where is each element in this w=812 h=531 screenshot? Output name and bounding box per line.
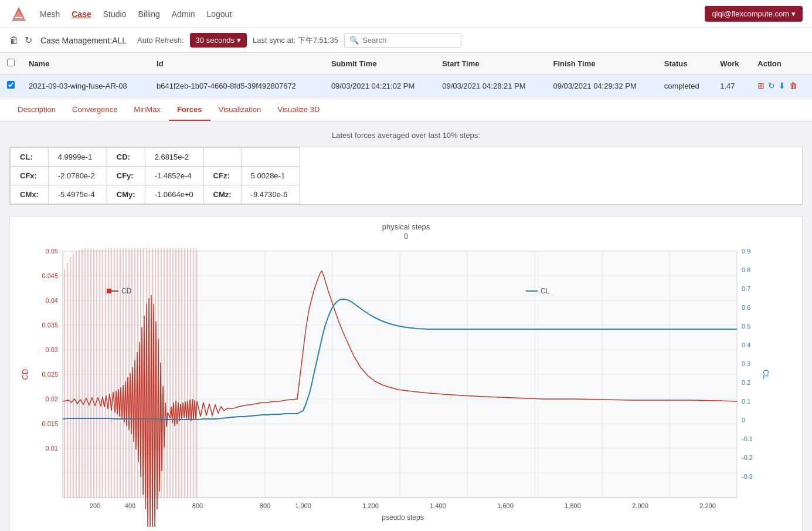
action-download-icon[interactable]: ⬇: [779, 81, 786, 90]
auto-refresh-label: Auto Refresh:: [137, 36, 184, 45]
nav-mesh[interactable]: Mesh: [40, 9, 60, 19]
svg-text:0.04: 0.04: [46, 297, 58, 304]
forces-chart-svg: 0.05 0.045 0.04 0.035 0.03 0.025 0.02 0.…: [16, 245, 778, 527]
svg-text:0.2: 0.2: [742, 379, 750, 386]
tab-visualization[interactable]: Visualization: [210, 99, 270, 121]
force-row-2: CFx: -2.0780e-2 CFy: -1.4852e-4 CFz: 5.0…: [11, 167, 300, 185]
nav-admin[interactable]: Admin: [172, 9, 195, 19]
tab-convergence[interactable]: Convergence: [64, 99, 125, 121]
refresh-icon[interactable]: ↻: [25, 35, 32, 46]
user-button[interactable]: qiqi@flexcompute.com: [705, 6, 803, 22]
cmy-label: CMy:: [107, 185, 145, 204]
refresh-interval-button[interactable]: 30 seconds: [190, 33, 247, 48]
svg-text:0.02: 0.02: [46, 395, 58, 403]
cfz-label: CFz:: [203, 167, 241, 185]
force-row-1: CL: 4.9999e-1 CD: 2.6815e-2: [11, 148, 300, 167]
svg-text:0.9: 0.9: [742, 248, 750, 255]
svg-text:pseudo steps: pseudo steps: [382, 513, 423, 522]
svg-text:2,200: 2,200: [699, 502, 716, 509]
toolbar-title: Case Management:ALL: [40, 36, 127, 45]
cd-label: CD:: [107, 148, 145, 167]
row-finish-time: 09/03/2021 04:29:32 PM: [546, 75, 657, 97]
svg-text:0: 0: [742, 417, 745, 424]
nav-billing[interactable]: Billing: [138, 9, 159, 19]
nav-studio[interactable]: Studio: [103, 9, 127, 19]
svg-text:800: 800: [192, 502, 203, 509]
action-icons: ⊞ ↻ ⬇ 🗑: [757, 81, 805, 90]
delete-icon[interactable]: 🗑: [9, 35, 19, 46]
col-finish-time: Finish Time: [546, 53, 657, 75]
cmx-value: -5.4975e-4: [48, 185, 107, 204]
chart-title: physical steps: [16, 222, 796, 231]
svg-text:1,200: 1,200: [362, 502, 379, 509]
svg-text:-0.1: -0.1: [742, 435, 753, 442]
forces-subtitle: Latest forces averaged over last 10% ste…: [9, 131, 803, 140]
cmy-value: -1.0664e+0: [145, 185, 203, 204]
cmz-label: CMz:: [203, 185, 241, 204]
action-results-icon[interactable]: ⊞: [757, 81, 765, 90]
cfz-value: 5.0028e-1: [241, 167, 300, 185]
cfx-value: -2.0780e-2: [48, 167, 107, 185]
col-name: Name: [22, 53, 150, 75]
row-submit-time: 09/03/2021 04:21:02 PM: [324, 75, 435, 97]
tab-visualize3d[interactable]: Visualize 3D: [269, 99, 328, 121]
sync-text: Last sync at: 下午7:51:35: [253, 35, 338, 46]
row-checkbox[interactable]: [7, 81, 15, 89]
cfy-label: CFy:: [107, 167, 145, 185]
col-start-time: Start Time: [435, 53, 546, 75]
svg-text:0.025: 0.025: [42, 371, 58, 378]
svg-text:0.03: 0.03: [46, 346, 58, 353]
cd-value: 2.6815e-2: [145, 148, 203, 167]
select-all-checkbox[interactable]: [7, 59, 15, 66]
action-delete-icon[interactable]: 🗑: [789, 81, 797, 90]
svg-text:1,400: 1,400: [430, 502, 446, 509]
svg-rect-63: [107, 289, 111, 293]
svg-text:0.045: 0.045: [42, 272, 58, 279]
svg-text:CL: CL: [541, 287, 550, 295]
cfy-value: -1.4852e-4: [145, 167, 203, 185]
forces-chart: physical steps 0: [9, 216, 803, 531]
svg-marker-1: [12, 11, 26, 21]
svg-text:800: 800: [260, 502, 270, 509]
svg-text:400: 400: [125, 502, 135, 509]
case-table: Name Id Submit Time Start Time Finish Ti…: [0, 53, 812, 97]
cmz-value: -9.4730e-6: [241, 185, 300, 204]
svg-text:0.6: 0.6: [742, 304, 750, 311]
tab-minmax[interactable]: MinMax: [125, 99, 169, 121]
col-work: Work: [713, 53, 750, 75]
chart-svg-container: 0.05 0.045 0.04 0.035 0.03 0.025 0.02 0.…: [16, 245, 796, 527]
svg-text:-0.2: -0.2: [742, 454, 753, 461]
tab-forces[interactable]: Forces: [169, 99, 210, 121]
cl-value: 4.9999e-1: [48, 148, 107, 167]
svg-text:0.5: 0.5: [742, 323, 750, 330]
svg-text:1,000: 1,000: [295, 502, 311, 509]
forces-table: CL: 4.9999e-1 CD: 2.6815e-2 CFx: -2.0780…: [9, 147, 803, 205]
cl-label: CL:: [11, 148, 49, 167]
row-work: 1.47: [713, 75, 750, 97]
svg-text:0.015: 0.015: [42, 420, 58, 427]
svg-text:0.8: 0.8: [742, 266, 750, 273]
svg-text:0.4: 0.4: [742, 341, 750, 349]
search-icon: 🔍: [349, 36, 359, 45]
tab-description[interactable]: Description: [9, 99, 64, 121]
row-id: b641f2eb-1b07-4660-8fd5-39f492807672: [150, 75, 324, 97]
toolbar: 🗑 ↻ Case Management:ALL Auto Refresh: 30…: [0, 28, 812, 53]
user-menu: qiqi@flexcompute.com: [705, 6, 803, 22]
nav-case[interactable]: Case: [72, 9, 91, 19]
app-logo: [9, 5, 28, 23]
svg-text:0.035: 0.035: [42, 322, 58, 329]
svg-text:CL: CL: [762, 370, 770, 380]
cmx-label: CMx:: [11, 185, 49, 204]
nav-logout[interactable]: Logout: [206, 9, 232, 19]
svg-text:0.01: 0.01: [46, 445, 58, 452]
svg-text:1,600: 1,600: [497, 502, 514, 509]
svg-text:-0.3: -0.3: [742, 473, 753, 480]
table-header-row: Name Id Submit Time Start Time Finish Ti…: [0, 53, 812, 75]
col-submit-time: Submit Time: [324, 53, 435, 75]
svg-text:0.05: 0.05: [46, 248, 58, 255]
svg-text:200: 200: [90, 502, 100, 509]
search-input[interactable]: [362, 36, 456, 45]
svg-text:0.3: 0.3: [742, 360, 750, 367]
table-row[interactable]: 2021-09-03-wing-fuse-AR-08 b641f2eb-1b07…: [0, 75, 812, 97]
action-refresh-icon[interactable]: ↻: [768, 81, 775, 90]
